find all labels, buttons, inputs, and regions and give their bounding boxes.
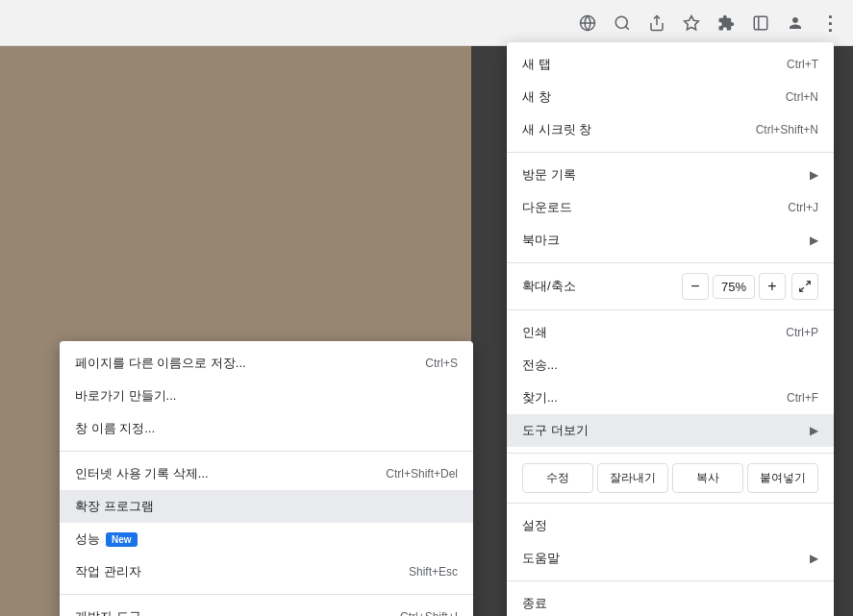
menu-item-help[interactable]: 도움말 ▶ <box>507 542 834 575</box>
extensions-icon[interactable] <box>711 8 741 38</box>
zoom-fullscreen-button[interactable] <box>791 273 818 300</box>
sub-menu-item-task-manager[interactable]: 작업 관리자 Shift+Esc <box>60 555 473 588</box>
chrome-menu: 새 탭 Ctrl+T 새 창 Ctrl+N 새 시크릿 창 Ctrl+Shift… <box>507 42 834 616</box>
sub-menu-item-devtools[interactable]: 개발자 도구 Ctrl+Shift+I <box>60 601 473 616</box>
sub-menu-item-clear-history[interactable]: 인터넷 사용 기록 삭제... Ctrl+Shift+Del <box>60 457 473 490</box>
zoom-row: 확대/축소 − 75% + <box>507 269 834 304</box>
zoom-plus-button[interactable]: + <box>759 273 786 300</box>
browser-toolbar: ⋮ <box>0 0 853 46</box>
menu-item-downloads[interactable]: 다운로드 Ctrl+J <box>507 191 834 224</box>
edit-cut-button[interactable]: 수정 <box>522 463 593 493</box>
menu-item-new-window[interactable]: 새 창 Ctrl+N <box>507 81 834 113</box>
sub-menu-item-extensions[interactable]: 확장 프로그램 <box>60 490 473 523</box>
zoom-controls: − 75% + <box>682 273 818 300</box>
divider-4 <box>507 453 834 454</box>
menu-item-more-tools[interactable]: 도구 더보기 ▶ <box>507 414 834 447</box>
menu-item-settings[interactable]: 설정 <box>507 509 834 542</box>
svg-line-8 <box>806 282 810 285</box>
edit-row: 수정 잘라내기 복사 붙여넣기 <box>507 459 834 497</box>
divider-5 <box>507 503 834 504</box>
menu-item-new-tab[interactable]: 새 탭 Ctrl+T <box>507 48 834 81</box>
divider-3 <box>507 309 834 310</box>
sub-menu-item-name-window[interactable]: 창 이름 지정... <box>60 412 473 445</box>
edit-paste2-button[interactable]: 붙여넣기 <box>747 463 818 493</box>
menu-item-incognito[interactable]: 새 시크릿 창 Ctrl+Shift+N <box>507 113 834 146</box>
svg-point-2 <box>615 16 627 28</box>
more-menu-icon[interactable]: ⋮ <box>815 8 845 38</box>
divider-6 <box>507 580 834 581</box>
new-badge: New <box>106 532 138 547</box>
sub-divider-2 <box>60 594 473 595</box>
svg-line-3 <box>625 26 628 29</box>
menu-item-exit[interactable]: 종료 <box>507 587 834 616</box>
edit-copy-button[interactable]: 잘라내기 <box>597 463 668 493</box>
sidebar-icon[interactable] <box>745 8 776 38</box>
edit-paste-button[interactable]: 복사 <box>672 463 743 493</box>
zoom-value: 75% <box>713 275 755 299</box>
bookmark-icon[interactable] <box>676 8 707 38</box>
menu-item-find[interactable]: 찾기... Ctrl+F <box>507 382 834 414</box>
sub-menu-item-shortcut[interactable]: 바로가기 만들기... <box>60 380 473 412</box>
sub-menu-item-save-page[interactable]: 페이지를 다른 이름으로 저장... Ctrl+S <box>60 347 473 380</box>
zoom-icon[interactable] <box>607 8 638 38</box>
svg-rect-6 <box>754 16 767 30</box>
profile-icon[interactable] <box>780 8 811 38</box>
sub-menu-item-performance[interactable]: 성능 New <box>60 523 473 555</box>
menu-item-cast[interactable]: 전송... <box>507 349 834 382</box>
menu-item-history[interactable]: 방문 기록 ▶ <box>507 159 834 191</box>
zoom-minus-button[interactable]: − <box>682 273 709 300</box>
svg-line-9 <box>800 287 804 291</box>
sub-menu-more-tools: 페이지를 다른 이름으로 저장... Ctrl+S 바로가기 만들기... 창 … <box>60 341 473 616</box>
divider-2 <box>507 262 834 263</box>
svg-marker-5 <box>685 15 699 29</box>
sub-divider-1 <box>60 451 473 452</box>
menu-item-print[interactable]: 인쇄 Ctrl+P <box>507 316 834 349</box>
translate-icon[interactable] <box>572 8 603 38</box>
share-icon[interactable] <box>641 8 672 38</box>
menu-item-bookmarks[interactable]: 북마크 ▶ <box>507 224 834 257</box>
divider-1 <box>507 152 834 153</box>
